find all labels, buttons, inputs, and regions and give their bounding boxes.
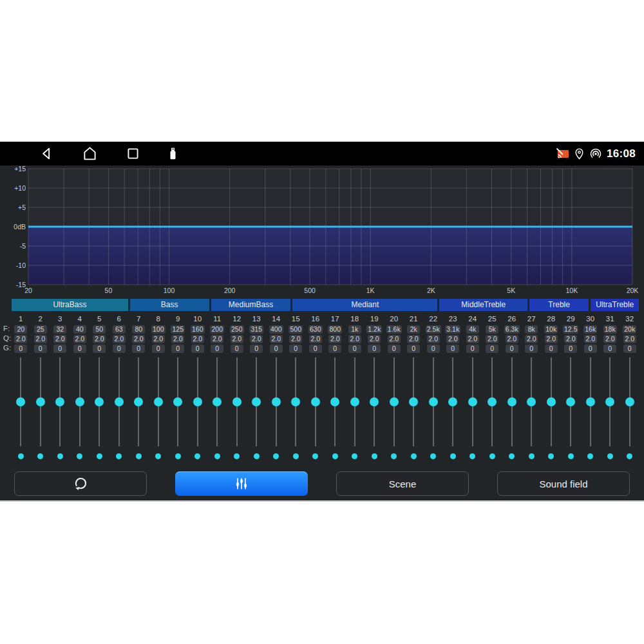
gain-slider-knob[interactable]: [370, 397, 379, 406]
q-factor-chip[interactable]: 2.0: [231, 335, 243, 343]
gain-slider[interactable]: [564, 357, 578, 446]
gain-chip[interactable]: 0: [348, 345, 361, 353]
gain-slider-knob[interactable]: [350, 397, 359, 406]
q-factor-chip[interactable]: 2.0: [211, 335, 223, 343]
q-factor-chip[interactable]: 2.0: [152, 335, 165, 343]
gain-chip[interactable]: 0: [171, 345, 184, 353]
q-factor-chip[interactable]: 2.0: [506, 335, 518, 343]
gain-slider[interactable]: [249, 357, 263, 446]
q-factor-chip[interactable]: 2.0: [623, 335, 636, 343]
gain-chip[interactable]: 0: [388, 345, 401, 353]
gain-chip[interactable]: 0: [545, 345, 558, 353]
gain-slider-knob[interactable]: [429, 397, 438, 406]
gain-slider-knob[interactable]: [625, 397, 634, 406]
frequency-chip[interactable]: 4k: [466, 325, 479, 334]
frequency-chip[interactable]: 3.1k: [445, 325, 460, 334]
gain-slider-knob[interactable]: [507, 397, 516, 406]
frequency-chip[interactable]: 8k: [525, 325, 538, 334]
gain-slider[interactable]: [583, 357, 598, 446]
gain-slider-knob[interactable]: [115, 397, 124, 406]
q-factor-chip[interactable]: 2.0: [388, 335, 401, 343]
gain-slider[interactable]: [406, 357, 421, 446]
back-icon[interactable]: [39, 146, 55, 162]
gain-slider[interactable]: [33, 357, 48, 446]
gain-chip[interactable]: 0: [34, 345, 47, 353]
gain-slider[interactable]: [171, 357, 185, 446]
gain-chip[interactable]: 0: [328, 345, 341, 353]
gain-slider[interactable]: [387, 357, 401, 446]
q-factor-chip[interactable]: 2.0: [191, 335, 204, 343]
gain-chip[interactable]: 0: [466, 345, 479, 353]
gain-chip[interactable]: 0: [584, 345, 597, 353]
frequency-chip[interactable]: 16k: [583, 325, 597, 334]
frequency-chip[interactable]: 630: [308, 325, 323, 334]
frequency-chip[interactable]: 100: [151, 325, 166, 334]
gain-slider-knob[interactable]: [193, 397, 202, 406]
frequency-chip[interactable]: 50: [93, 325, 106, 334]
gain-slider-knob[interactable]: [75, 397, 84, 406]
gain-slider[interactable]: [191, 357, 205, 446]
gain-chip[interactable]: 0: [446, 345, 459, 353]
gain-slider[interactable]: [348, 357, 362, 446]
gain-slider-knob[interactable]: [566, 397, 575, 406]
frequency-chip[interactable]: 1k: [348, 325, 361, 334]
gain-slider[interactable]: [426, 357, 440, 446]
gain-slider-knob[interactable]: [36, 397, 45, 406]
gain-slider-knob[interactable]: [291, 397, 300, 406]
home-icon[interactable]: [82, 146, 98, 162]
gain-chip[interactable]: 0: [14, 345, 27, 353]
gain-slider[interactable]: [289, 357, 303, 446]
gain-slider[interactable]: [92, 357, 106, 446]
gain-chip[interactable]: 0: [132, 345, 145, 353]
q-factor-chip[interactable]: 2.0: [113, 335, 126, 343]
scene-button[interactable]: Scene: [336, 471, 469, 496]
frequency-chip[interactable]: 500: [289, 325, 303, 334]
gain-chip[interactable]: 0: [309, 345, 322, 353]
q-factor-chip[interactable]: 2.0: [171, 335, 184, 343]
frequency-chip[interactable]: 63: [113, 325, 126, 334]
frequency-chip[interactable]: 10k: [544, 325, 558, 334]
gain-slider-knob[interactable]: [173, 397, 182, 406]
gain-slider[interactable]: [53, 357, 67, 446]
gain-slider-knob[interactable]: [213, 397, 222, 406]
gain-chip[interactable]: 0: [525, 345, 538, 353]
frequency-chip[interactable]: 400: [269, 325, 283, 334]
gain-slider-knob[interactable]: [154, 397, 163, 406]
gain-slider[interactable]: [73, 357, 87, 446]
frequency-chip[interactable]: 80: [132, 325, 145, 334]
q-factor-chip[interactable]: 2.0: [14, 335, 27, 343]
gain-slider[interactable]: [524, 357, 538, 446]
gain-chip[interactable]: 0: [623, 345, 636, 353]
gain-slider[interactable]: [269, 357, 283, 446]
q-factor-chip[interactable]: 2.0: [525, 335, 538, 343]
frequency-chip[interactable]: 5k: [486, 325, 498, 334]
q-factor-chip[interactable]: 2.0: [132, 335, 145, 343]
gain-slider[interactable]: [112, 357, 126, 446]
q-factor-chip[interactable]: 2.0: [584, 335, 597, 343]
gain-chip[interactable]: 0: [191, 345, 204, 353]
recents-icon[interactable]: [125, 146, 141, 162]
gain-slider-knob[interactable]: [586, 397, 595, 406]
q-factor-chip[interactable]: 2.0: [289, 335, 302, 343]
gain-chip[interactable]: 0: [368, 345, 381, 353]
equalizer-tab-button[interactable]: [175, 471, 308, 496]
gain-slider[interactable]: [131, 357, 146, 446]
frequency-chip[interactable]: 20: [14, 325, 27, 334]
frequency-chip[interactable]: 315: [249, 325, 263, 334]
q-factor-chip[interactable]: 2.0: [564, 335, 577, 343]
gain-chip[interactable]: 0: [152, 345, 165, 353]
q-factor-chip[interactable]: 2.0: [486, 335, 498, 343]
q-factor-chip[interactable]: 2.0: [427, 335, 440, 343]
gain-slider-knob[interactable]: [16, 397, 25, 406]
gain-slider-knob[interactable]: [252, 397, 261, 406]
q-factor-chip[interactable]: 2.0: [270, 335, 283, 343]
sound-field-button[interactable]: Sound field: [497, 471, 630, 496]
gain-chip[interactable]: 0: [289, 345, 302, 353]
frequency-chip[interactable]: 125: [171, 325, 185, 334]
frequency-chip[interactable]: 18k: [603, 325, 617, 334]
gain-slider-knob[interactable]: [605, 397, 614, 406]
frequency-chip[interactable]: 12.5: [563, 325, 578, 334]
gain-slider-knob[interactable]: [448, 397, 457, 406]
frequency-chip[interactable]: 20k: [623, 325, 636, 334]
gain-slider-knob[interactable]: [311, 397, 320, 406]
